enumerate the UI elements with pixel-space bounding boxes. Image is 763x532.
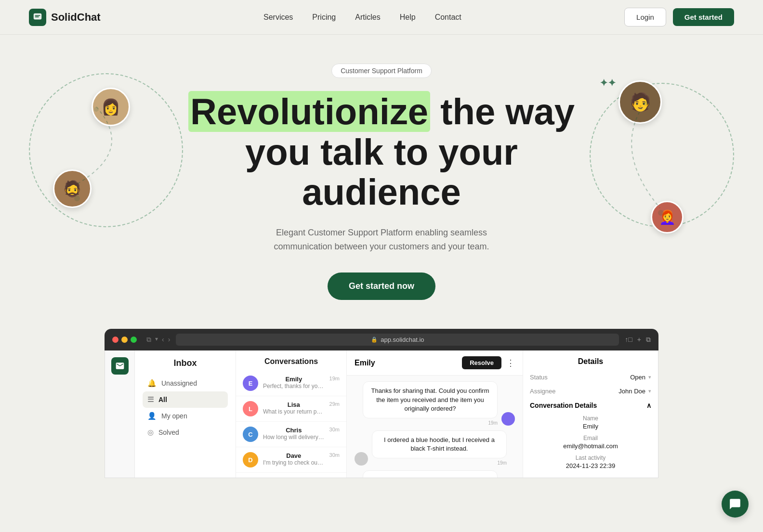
nav-articles[interactable]: Articles (355, 13, 380, 22)
conv-preview-chris: How long will delivery take to... (263, 434, 325, 441)
inbox-solved-label: Solved (158, 428, 179, 436)
conv-avatar-chris: C (243, 427, 258, 442)
message-bubble-3: Got it. We'll send you the correct item … (363, 470, 498, 478)
msg-time-2: 19m (372, 460, 507, 466)
nav-actions: Login Get started (624, 8, 734, 26)
traffic-light-yellow[interactable] (121, 337, 128, 343)
assignee-row: Assignee John Doe ▾ (530, 388, 651, 395)
logo[interactable]: SolidChat (29, 9, 101, 26)
status-value: Open (630, 374, 645, 381)
conv-content-emily: Emily Perfect, thanks for your help! (263, 376, 325, 389)
logo-svg (32, 12, 43, 23)
browser-share-icon[interactable]: ↑□ (625, 336, 632, 344)
conv-item-lisa[interactable]: L Lisa What is your return policy for...… (236, 396, 346, 422)
conv-item-anthony[interactable]: A Anthony ... 34m (236, 473, 346, 478)
inbox-item-all[interactable]: ☰ All (143, 391, 228, 408)
browser-forward-icon[interactable]: › (168, 336, 171, 344)
inbox-item-solved[interactable]: ◎ Solved (143, 424, 228, 441)
conv-item-chris[interactable]: C Chris How long will delivery take to..… (236, 422, 346, 447)
browser-right-actions: ↑□ + ⧉ (625, 336, 651, 344)
conv-item-dave[interactable]: D Dave I'm trying to check out, but m...… (236, 447, 346, 473)
nav-contact[interactable]: Contact (435, 13, 461, 22)
hero-title-line2: you talk to your (245, 131, 518, 172)
inbox-item-unassigned[interactable]: 🔔 Unassigned (143, 375, 228, 391)
nav-pricing[interactable]: Pricing (312, 13, 336, 22)
conv-name-emily: Emily (263, 376, 325, 383)
traffic-light-green[interactable] (131, 337, 137, 343)
hero-title-line3: audience (302, 171, 460, 212)
email-label: Email (530, 435, 651, 441)
inbox-panel: Inbox 🔔 Unassigned ☰ All 👤 My open ◎ Sol… (135, 350, 236, 478)
message-bubble-1: Thanks for sharing that. Could you confi… (363, 381, 498, 426)
conversation-details-section: Conversation Details ∧ Name Emily Email … (530, 402, 651, 469)
browser-back-icon[interactable]: ‹ (162, 336, 164, 344)
hero-title-rest1: the way (430, 91, 575, 132)
msg-avatar-2 (355, 452, 368, 466)
last-activity-value: 2024-11-23 22:39 (530, 462, 651, 469)
conv-details-collapse-icon: ∧ (646, 402, 651, 409)
status-chevron-icon: ▾ (648, 374, 651, 380)
hero-badge: Customer Support Platform (331, 64, 432, 78)
assignee-select[interactable]: John Doe ▾ (618, 388, 651, 395)
chat-header-actions: Resolve ⋮ (462, 356, 515, 369)
msg-avatar-1 (501, 412, 515, 426)
unassigned-icon: 🔔 (147, 379, 157, 388)
chat-header: Emily Resolve ⋮ (347, 350, 523, 376)
conv-name-dave: Dave (263, 452, 325, 459)
sidebar-inbox-icon[interactable] (111, 357, 129, 375)
conv-time-dave: 30m (329, 452, 340, 458)
inbox-item-myopen[interactable]: 👤 My open (143, 408, 228, 424)
avatar-float-1: 👩 (92, 88, 130, 126)
app-ui: Inbox 🔔 Unassigned ☰ All 👤 My open ◎ Sol… (105, 350, 658, 478)
conv-item-emily[interactable]: E Emily Perfect, thanks for your help! 1… (236, 371, 346, 396)
conv-time-anthony: 34m (329, 478, 340, 478)
conv-details-header[interactable]: Conversation Details ∧ (530, 402, 651, 409)
status-select[interactable]: Open ▾ (630, 374, 651, 381)
conv-avatar-dave: D (243, 452, 258, 467)
myopen-icon: 👤 (147, 412, 157, 420)
login-button[interactable]: Login (624, 8, 666, 26)
conv-avatar-anthony: A (243, 478, 258, 478)
traffic-light-red[interactable] (112, 337, 118, 343)
conv-time-chris: 30m (329, 427, 340, 432)
message-bubble-2: I ordered a blue hoodie, but I received … (372, 430, 507, 466)
solved-icon: ◎ (147, 428, 154, 437)
chat-messages: Thanks for sharing that. Could you confi… (347, 376, 523, 478)
name-value: Emily (530, 423, 651, 430)
browser-tab-icon[interactable]: ⧉ (646, 336, 651, 344)
svg-rect-0 (34, 13, 42, 19)
address-bar[interactable]: 🔒 app.solidchat.io (176, 334, 619, 346)
more-options-button[interactable]: ⋮ (506, 358, 515, 368)
inbox-title: Inbox (143, 358, 228, 368)
avatar-float-4: 👩‍🦰 (651, 201, 684, 234)
detail-email-row: Email emily@hotmail.com (530, 435, 651, 450)
detail-lastactivity-row: Last activity 2024-11-23 22:39 (530, 454, 651, 469)
browser-chevron-down-icon: ▾ (155, 336, 158, 344)
navbar: SolidChat Services Pricing Articles Help… (0, 0, 763, 35)
browser-new-tab-icon[interactable]: + (637, 336, 641, 344)
inbox-unassigned-label: Unassigned (161, 379, 197, 387)
nav-links: Services Pricing Articles Help Contact (263, 13, 461, 22)
status-label: Status (530, 374, 548, 381)
get-started-nav-button[interactable]: Get started (673, 8, 734, 26)
browser-chrome: ⧉ ▾ ‹ › 🔒 app.solidchat.io ↑□ + ⧉ (105, 329, 658, 350)
chat-contact-name: Emily (355, 359, 375, 367)
last-activity-label: Last activity (530, 454, 651, 461)
conv-preview-dave: I'm trying to check out, but m... (263, 459, 325, 466)
inbox-all-label: All (158, 396, 167, 403)
get-started-hero-button[interactable]: Get started now (328, 272, 435, 300)
conv-name-chris: Chris (263, 427, 325, 434)
resolve-button[interactable]: Resolve (462, 356, 501, 369)
conv-content-lisa: Lisa What is your return policy for... (263, 401, 325, 415)
chat-fab-button[interactable] (722, 491, 749, 518)
conversations-title: Conversations (236, 357, 346, 366)
details-title: Details (530, 357, 651, 366)
nav-help[interactable]: Help (400, 13, 416, 22)
msg-text-2: I ordered a blue hoodie, but I received … (372, 430, 507, 458)
app-screenshot: ⧉ ▾ ‹ › 🔒 app.solidchat.io ↑□ + ⧉ (105, 329, 658, 478)
nav-services[interactable]: Services (263, 13, 293, 22)
conv-content-anthony: Anthony ... (263, 478, 325, 478)
assignee-label: Assignee (530, 388, 555, 395)
email-value: emily@hotmail.com (530, 442, 651, 450)
msg-time-1: 19m (363, 420, 498, 426)
